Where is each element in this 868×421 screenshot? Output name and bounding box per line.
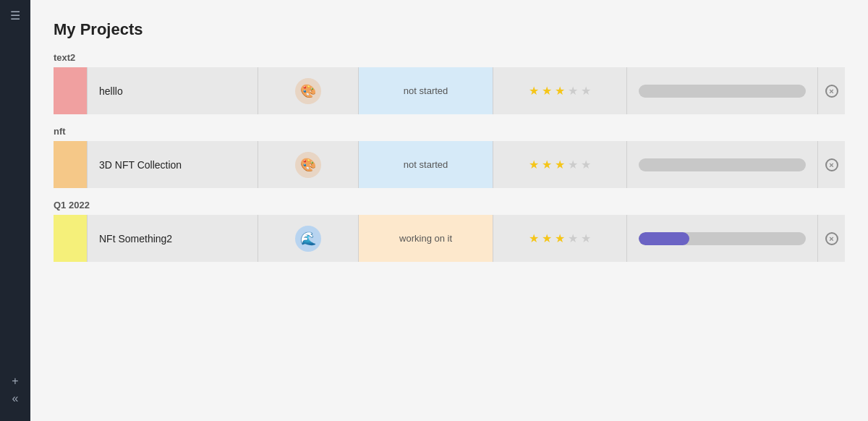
group-label-text2: text2: [54, 52, 845, 63]
project-name: 3D NFT Collection: [87, 141, 258, 188]
project-rating[interactable]: ★★★★★: [493, 141, 627, 188]
project-progress: [626, 67, 817, 114]
delete-button[interactable]: ×: [817, 67, 845, 114]
delete-button[interactable]: ×: [817, 141, 845, 188]
star-empty-icon[interactable]: ★: [581, 231, 591, 245]
star-empty-icon[interactable]: ★: [581, 158, 591, 171]
progress-bar-background: [639, 158, 806, 171]
star-empty-icon[interactable]: ★: [568, 158, 578, 171]
star-filled-icon[interactable]: ★: [555, 231, 565, 245]
group-section-nft: nft3D NFT Collection🎨not started★★★★★×: [54, 126, 845, 188]
project-color-swatch: [54, 215, 87, 262]
add-icon[interactable]: +: [12, 375, 18, 388]
project-avatar: 🎨: [258, 67, 358, 114]
close-icon: ×: [825, 232, 838, 245]
project-avatar: 🎨: [258, 141, 358, 188]
menu-icon[interactable]: ☰: [10, 9, 20, 22]
main-content: My Projects text2helllo🎨not started★★★★★…: [30, 0, 868, 421]
star-filled-icon[interactable]: ★: [555, 84, 565, 98]
star-filled-icon[interactable]: ★: [542, 84, 552, 98]
star-filled-icon[interactable]: ★: [529, 158, 539, 171]
close-icon: ×: [825, 85, 838, 98]
star-filled-icon[interactable]: ★: [555, 158, 565, 171]
star-filled-icon[interactable]: ★: [529, 231, 539, 245]
groups-container: text2helllo🎨not started★★★★★×nft3D NFT C…: [54, 52, 845, 262]
project-status[interactable]: not started: [358, 67, 493, 114]
star-empty-icon[interactable]: ★: [581, 84, 591, 98]
project-progress: [626, 141, 817, 188]
project-row: 3D NFT Collection🎨not started★★★★★×: [54, 141, 845, 188]
close-icon: ×: [825, 158, 838, 171]
group-section-q1-2022: Q1 2022NFt Something2🌊working on it★★★★★…: [54, 200, 845, 262]
star-filled-icon[interactable]: ★: [542, 158, 552, 171]
project-row: NFt Something2🌊working on it★★★★★×: [54, 215, 845, 262]
progress-bar-background: [639, 232, 806, 245]
project-progress: [626, 215, 817, 262]
star-filled-icon[interactable]: ★: [529, 84, 539, 98]
project-avatar: 🌊: [258, 215, 358, 262]
group-label-nft: nft: [54, 126, 845, 137]
collapse-icon[interactable]: «: [12, 392, 19, 405]
group-label-q1-2022: Q1 2022: [54, 200, 845, 210]
project-status[interactable]: working on it: [358, 215, 493, 262]
delete-button[interactable]: ×: [817, 215, 845, 262]
progress-bar-background: [639, 85, 806, 98]
project-color-swatch: [54, 141, 87, 188]
project-name: NFt Something2: [87, 215, 258, 262]
project-name: helllo: [87, 67, 258, 114]
project-color-swatch: [54, 67, 87, 114]
star-empty-icon[interactable]: ★: [568, 84, 578, 98]
sidebar: ☰ + «: [0, 0, 30, 421]
project-row: helllo🎨not started★★★★★×: [54, 67, 845, 114]
project-rating[interactable]: ★★★★★: [493, 67, 627, 114]
project-status[interactable]: not started: [358, 141, 493, 188]
group-section-text2: text2helllo🎨not started★★★★★×: [54, 52, 845, 114]
page-title: My Projects: [54, 20, 845, 39]
project-rating[interactable]: ★★★★★: [493, 215, 627, 262]
star-filled-icon[interactable]: ★: [542, 231, 552, 245]
star-empty-icon[interactable]: ★: [568, 231, 578, 245]
progress-bar-fill: [639, 232, 689, 245]
